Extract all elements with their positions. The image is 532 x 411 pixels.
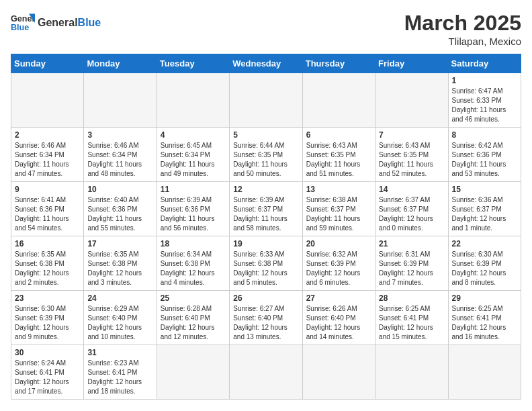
calendar-week-2: 2Sunrise: 6:46 AM Sunset: 6:34 PM Daylig… xyxy=(11,128,521,182)
day-number: 29 xyxy=(452,293,517,303)
day-info: Sunrise: 6:35 AM Sunset: 6:38 PM Dayligh… xyxy=(87,250,152,287)
calendar-cell: 27Sunrise: 6:26 AM Sunset: 6:40 PM Dayli… xyxy=(302,291,375,345)
calendar-cell: 21Sunrise: 6:31 AM Sunset: 6:39 PM Dayli… xyxy=(375,236,448,291)
day-number: 25 xyxy=(161,293,226,303)
day-number: 28 xyxy=(379,293,444,303)
day-number: 18 xyxy=(161,239,226,248)
day-number: 3 xyxy=(87,130,152,140)
day-info: Sunrise: 6:41 AM Sunset: 6:36 PM Dayligh… xyxy=(15,195,80,233)
calendar-cell: 3Sunrise: 6:46 AM Sunset: 6:34 PM Daylig… xyxy=(84,128,157,182)
day-number: 23 xyxy=(15,293,80,303)
day-info: Sunrise: 6:40 AM Sunset: 6:36 PM Dayligh… xyxy=(87,195,152,233)
calendar-cell: 22Sunrise: 6:30 AM Sunset: 6:39 PM Dayli… xyxy=(448,236,521,291)
day-number: 6 xyxy=(306,130,371,140)
day-info: Sunrise: 6:46 AM Sunset: 6:34 PM Dayligh… xyxy=(15,141,80,179)
day-info: Sunrise: 6:46 AM Sunset: 6:34 PM Dayligh… xyxy=(87,141,152,179)
day-number: 17 xyxy=(87,239,152,248)
logo-text: GeneralBlue xyxy=(38,17,101,29)
day-info: Sunrise: 6:24 AM Sunset: 6:41 PM Dayligh… xyxy=(15,359,80,396)
day-info: Sunrise: 6:44 AM Sunset: 6:35 PM Dayligh… xyxy=(233,141,298,179)
calendar-cell: 18Sunrise: 6:34 AM Sunset: 6:38 PM Dayli… xyxy=(157,236,229,291)
calendar-cell: 23Sunrise: 6:30 AM Sunset: 6:39 PM Dayli… xyxy=(11,291,84,345)
calendar-cell: 2Sunrise: 6:46 AM Sunset: 6:34 PM Daylig… xyxy=(11,128,84,182)
day-info: Sunrise: 6:26 AM Sunset: 6:40 PM Dayligh… xyxy=(306,304,371,342)
day-info: Sunrise: 6:33 AM Sunset: 6:38 PM Dayligh… xyxy=(233,250,298,287)
day-info: Sunrise: 6:28 AM Sunset: 6:40 PM Dayligh… xyxy=(161,304,226,342)
weekday-header-monday: Monday xyxy=(84,54,157,73)
day-info: Sunrise: 6:32 AM Sunset: 6:39 PM Dayligh… xyxy=(306,250,371,287)
svg-text:Blue: Blue xyxy=(11,23,29,32)
day-number: 30 xyxy=(15,348,80,357)
day-number: 13 xyxy=(306,185,371,194)
day-info: Sunrise: 6:43 AM Sunset: 6:35 PM Dayligh… xyxy=(306,141,371,179)
day-number: 5 xyxy=(233,130,298,140)
calendar-week-4: 16Sunrise: 6:35 AM Sunset: 6:38 PM Dayli… xyxy=(11,236,521,291)
day-number: 10 xyxy=(87,185,152,194)
day-number: 20 xyxy=(306,239,371,248)
calendar-cell: 30Sunrise: 6:24 AM Sunset: 6:41 PM Dayli… xyxy=(11,345,84,400)
day-info: Sunrise: 6:34 AM Sunset: 6:38 PM Dayligh… xyxy=(161,250,226,287)
weekday-header-thursday: Thursday xyxy=(302,54,375,73)
calendar-cell xyxy=(230,73,302,128)
calendar-cell: 16Sunrise: 6:35 AM Sunset: 6:38 PM Dayli… xyxy=(11,236,84,291)
calendar-cell xyxy=(157,73,229,128)
calendar-week-3: 9Sunrise: 6:41 AM Sunset: 6:36 PM Daylig… xyxy=(11,182,521,236)
weekday-header-wednesday: Wednesday xyxy=(230,54,302,73)
calendar-cell xyxy=(302,73,375,128)
day-info: Sunrise: 6:35 AM Sunset: 6:38 PM Dayligh… xyxy=(15,250,80,287)
calendar-cell: 20Sunrise: 6:32 AM Sunset: 6:39 PM Dayli… xyxy=(302,236,375,291)
calendar-cell: 4Sunrise: 6:45 AM Sunset: 6:34 PM Daylig… xyxy=(157,128,229,182)
day-info: Sunrise: 6:29 AM Sunset: 6:40 PM Dayligh… xyxy=(87,304,152,342)
month-title: March 2025 xyxy=(404,11,521,36)
day-info: Sunrise: 6:37 AM Sunset: 6:37 PM Dayligh… xyxy=(379,195,444,233)
day-info: Sunrise: 6:36 AM Sunset: 6:37 PM Dayligh… xyxy=(452,195,517,233)
calendar-cell: 25Sunrise: 6:28 AM Sunset: 6:40 PM Dayli… xyxy=(157,291,229,345)
day-info: Sunrise: 6:30 AM Sunset: 6:39 PM Dayligh… xyxy=(452,250,517,287)
day-number: 19 xyxy=(233,239,298,248)
calendar-week-6: 30Sunrise: 6:24 AM Sunset: 6:41 PM Dayli… xyxy=(11,345,521,400)
day-info: Sunrise: 6:39 AM Sunset: 6:37 PM Dayligh… xyxy=(233,195,298,233)
calendar-cell: 12Sunrise: 6:39 AM Sunset: 6:37 PM Dayli… xyxy=(230,182,302,236)
day-info: Sunrise: 6:38 AM Sunset: 6:37 PM Dayligh… xyxy=(306,195,371,233)
calendar-week-5: 23Sunrise: 6:30 AM Sunset: 6:39 PM Dayli… xyxy=(11,291,521,345)
calendar-cell: 5Sunrise: 6:44 AM Sunset: 6:35 PM Daylig… xyxy=(230,128,302,182)
day-number: 27 xyxy=(306,293,371,303)
day-info: Sunrise: 6:25 AM Sunset: 6:41 PM Dayligh… xyxy=(379,304,444,342)
weekday-header-saturday: Saturday xyxy=(448,54,521,73)
day-info: Sunrise: 6:47 AM Sunset: 6:33 PM Dayligh… xyxy=(452,87,517,124)
day-number: 21 xyxy=(379,239,444,248)
calendar-cell: 28Sunrise: 6:25 AM Sunset: 6:41 PM Dayli… xyxy=(375,291,448,345)
calendar-cell xyxy=(11,73,84,128)
day-info: Sunrise: 6:31 AM Sunset: 6:39 PM Dayligh… xyxy=(379,250,444,287)
calendar-cell: 29Sunrise: 6:25 AM Sunset: 6:41 PM Dayli… xyxy=(448,291,521,345)
calendar-week-1: 1Sunrise: 6:47 AM Sunset: 6:33 PM Daylig… xyxy=(11,73,521,128)
weekday-header-friday: Friday xyxy=(375,54,448,73)
calendar-cell: 15Sunrise: 6:36 AM Sunset: 6:37 PM Dayli… xyxy=(448,182,521,236)
day-number: 9 xyxy=(15,185,80,194)
calendar-cell: 13Sunrise: 6:38 AM Sunset: 6:37 PM Dayli… xyxy=(302,182,375,236)
day-info: Sunrise: 6:43 AM Sunset: 6:35 PM Dayligh… xyxy=(379,141,444,179)
day-info: Sunrise: 6:39 AM Sunset: 6:36 PM Dayligh… xyxy=(161,195,226,233)
day-info: Sunrise: 6:45 AM Sunset: 6:34 PM Dayligh… xyxy=(161,141,226,179)
day-info: Sunrise: 6:30 AM Sunset: 6:39 PM Dayligh… xyxy=(15,304,80,342)
calendar-cell: 26Sunrise: 6:27 AM Sunset: 6:40 PM Dayli… xyxy=(230,291,302,345)
calendar-cell xyxy=(448,345,521,400)
day-number: 4 xyxy=(161,130,226,140)
day-info: Sunrise: 6:27 AM Sunset: 6:40 PM Dayligh… xyxy=(233,304,298,342)
calendar-cell: 6Sunrise: 6:43 AM Sunset: 6:35 PM Daylig… xyxy=(302,128,375,182)
day-number: 14 xyxy=(379,185,444,194)
day-number: 11 xyxy=(161,185,226,194)
day-number: 22 xyxy=(452,239,517,248)
weekday-header-sunday: Sunday xyxy=(11,54,84,73)
day-number: 15 xyxy=(452,185,517,194)
location: Tlilapan, Mexico xyxy=(404,36,521,47)
weekday-header-tuesday: Tuesday xyxy=(157,54,229,73)
calendar-cell: 7Sunrise: 6:43 AM Sunset: 6:35 PM Daylig… xyxy=(375,128,448,182)
page-header: General Blue GeneralBlue March 2025 Tlil… xyxy=(11,11,521,47)
calendar-cell: 8Sunrise: 6:42 AM Sunset: 6:36 PM Daylig… xyxy=(448,128,521,182)
day-number: 26 xyxy=(233,293,298,303)
day-info: Sunrise: 6:42 AM Sunset: 6:36 PM Dayligh… xyxy=(452,141,517,179)
day-number: 24 xyxy=(87,293,152,303)
calendar-cell: 14Sunrise: 6:37 AM Sunset: 6:37 PM Dayli… xyxy=(375,182,448,236)
calendar-cell xyxy=(230,345,302,400)
